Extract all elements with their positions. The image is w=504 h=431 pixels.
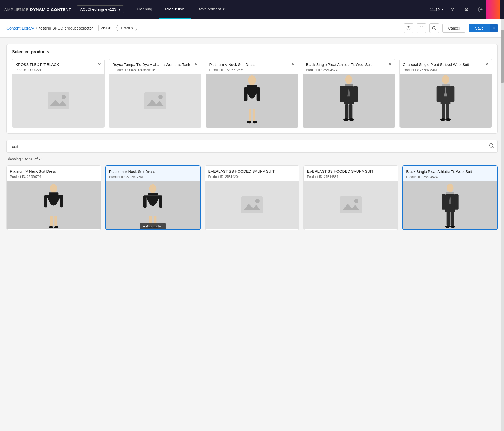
- help-button[interactable]: ?: [448, 5, 457, 14]
- svg-rect-35: [437, 86, 441, 102]
- svg-rect-47: [50, 216, 53, 226]
- svg-rect-68: [442, 194, 446, 210]
- product-id-3: Product ID: 25604524: [303, 67, 395, 74]
- nav-tabs: Planning Production Development ▾: [130, 0, 430, 19]
- svg-point-22: [253, 121, 257, 123]
- result-image-1: en-GB English: [106, 181, 200, 229]
- product-title-2: Platinum V Neck Suit Dress: [209, 62, 289, 67]
- product-title-0: KROSS FLEX FIT BLACK: [16, 62, 95, 67]
- locale-tooltip: en-GB English: [140, 223, 166, 229]
- result-id-0: Product ID: 22956726: [10, 175, 98, 179]
- remove-product-3[interactable]: ✕: [388, 62, 392, 67]
- breadcrumb-current: testing SFCC product selector: [39, 26, 93, 30]
- result-placeholder-2: [241, 196, 263, 213]
- product-image-4: [400, 74, 492, 128]
- result-title-3: EVERLAST SS HOODED SAUNA SUIT: [307, 169, 395, 174]
- svg-rect-46: [60, 195, 63, 208]
- breadcrumb-link[interactable]: Content Library: [6, 26, 34, 30]
- status-label: status: [124, 26, 133, 30]
- result-id-4: Product ID: 25604524: [406, 175, 494, 179]
- result-card-3[interactable]: EVERLAST SS HOODED SAUNA SUIT Product ID…: [303, 165, 398, 230]
- result-dress-figure-0: [40, 182, 67, 228]
- history-button[interactable]: [404, 23, 413, 33]
- product-title-4: Charcoal Single Pleat Striped Wool Suit: [403, 62, 483, 67]
- suit-man-figure-2: [431, 74, 460, 128]
- svg-point-72: [445, 226, 450, 228]
- search-button[interactable]: [489, 143, 494, 150]
- nav-right-controls: 11:49 ▾ ? ⚙: [429, 5, 485, 14]
- tab-production[interactable]: Production: [159, 0, 191, 19]
- status-button[interactable]: + status: [116, 25, 137, 31]
- result-title-2: EVERLAST SS HOODED SAUNA SUIT: [208, 169, 296, 174]
- cancel-button[interactable]: Cancel: [442, 24, 465, 33]
- svg-point-50: [54, 226, 59, 228]
- svg-point-31: [349, 118, 354, 121]
- top-navigation: AMPLIENCE DYNAMIC CONTENT ACLCheckingnew…: [0, 0, 504, 19]
- svg-point-64: [354, 199, 358, 203]
- result-title-0: Platinum V Neck Suit Dress: [10, 169, 98, 174]
- remove-product-2[interactable]: ✕: [291, 62, 295, 67]
- svg-rect-54: [159, 196, 162, 208]
- calendar-button[interactable]: [417, 23, 426, 33]
- result-card-2[interactable]: EVERLAST SS HOODED SAUNA SUIT Product ID…: [205, 165, 299, 230]
- svg-rect-9: [48, 92, 69, 109]
- svg-rect-45: [44, 195, 47, 208]
- tab-planning[interactable]: Planning: [130, 0, 159, 19]
- result-card-0[interactable]: Platinum V Neck Suit Dress Product ID: 2…: [6, 165, 101, 230]
- breadcrumb-actions: Cancel Save ▾: [404, 23, 498, 33]
- save-button-group: Save ▾: [469, 24, 498, 32]
- gradient-accent: [486, 0, 500, 19]
- workspace-selector[interactable]: ACLCheckingnew123 ▾: [77, 5, 124, 13]
- svg-rect-48: [55, 216, 57, 226]
- result-id-3: Product ID: 25314881: [307, 175, 395, 179]
- svg-point-23: [345, 75, 353, 84]
- remove-product-4[interactable]: ✕: [485, 62, 488, 67]
- result-image-0: [7, 181, 101, 229]
- image-placeholder-icon: [48, 92, 69, 109]
- svg-point-51: [149, 184, 157, 193]
- info-button[interactable]: [429, 23, 439, 33]
- scroll-thumb[interactable]: [501, 30, 504, 83]
- brand-logo: AMPLIENCE DYNAMIC CONTENT: [4, 7, 71, 12]
- product-title-1: Royce Tampa Tie Dye Alabama Women's Tank: [112, 62, 192, 67]
- svg-rect-53: [143, 196, 147, 208]
- product-id-1: Product ID: 0024U-blackwhite: [109, 67, 201, 74]
- results-info: Showing 1 to 20 of 71: [6, 157, 498, 161]
- svg-point-32: [442, 75, 449, 84]
- result-title-1: Platinum V Neck Suit Dress: [109, 169, 197, 174]
- result-card-1[interactable]: Platinum V Neck Suit Dress Product ID: 2…: [105, 165, 201, 230]
- svg-rect-44: [49, 193, 59, 195]
- logout-button[interactable]: [476, 5, 485, 14]
- svg-rect-52: [148, 193, 158, 196]
- brand-amplience: AMPLIENCE: [4, 7, 29, 12]
- svg-point-40: [446, 118, 451, 121]
- result-card-4[interactable]: Black Single Pleat Athletic Fit Wool Sui…: [402, 165, 498, 230]
- locale-badge: en-GB: [98, 25, 114, 31]
- save-dropdown-button[interactable]: ▾: [490, 24, 498, 32]
- svg-rect-36: [450, 86, 455, 102]
- scrollbar[interactable]: [501, 19, 504, 431]
- svg-point-21: [247, 121, 252, 123]
- result-title-4: Black Single Pleat Athletic Fit Wool Sui…: [406, 169, 494, 174]
- svg-point-73: [450, 226, 455, 228]
- remove-product-0[interactable]: ✕: [98, 62, 101, 67]
- svg-rect-18: [257, 87, 260, 101]
- svg-rect-59: [241, 196, 263, 213]
- selected-product-card-3: Black Single Pleat Athletic Fit Wool Sui…: [303, 59, 395, 128]
- main-content: Selected products KROSS FLEX FIT BLACK ✕…: [0, 38, 504, 236]
- svg-point-43: [50, 184, 57, 193]
- product-image-3: [303, 74, 395, 128]
- svg-point-61: [255, 199, 260, 203]
- svg-rect-12: [144, 92, 166, 109]
- result-dress-figure-1: [139, 182, 166, 228]
- search-input[interactable]: [10, 140, 489, 152]
- save-button[interactable]: Save: [469, 24, 490, 32]
- selected-product-card-1: Royce Tampa Tie Dye Alabama Women's Tank…: [109, 59, 201, 128]
- svg-rect-62: [340, 196, 362, 213]
- svg-rect-38: [446, 104, 449, 119]
- tab-development[interactable]: Development ▾: [191, 0, 231, 19]
- svg-point-14: [158, 95, 163, 99]
- remove-product-1[interactable]: ✕: [194, 62, 198, 67]
- settings-button[interactable]: ⚙: [462, 5, 471, 14]
- svg-rect-19: [249, 109, 251, 121]
